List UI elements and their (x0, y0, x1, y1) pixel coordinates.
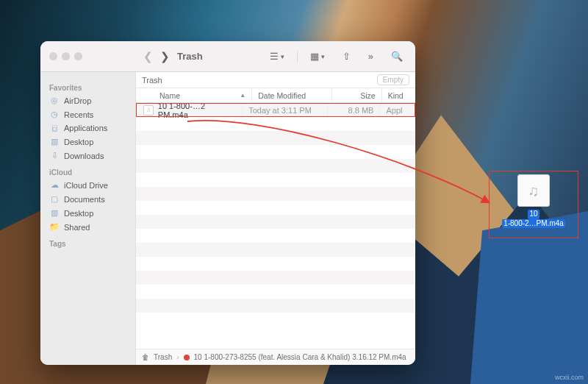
sidebar-item-icloud-desktop[interactable]: ▥Desktop (46, 206, 132, 220)
traffic-light-zoom[interactable] (74, 52, 82, 60)
column-header-date[interactable]: Date Modified (252, 88, 332, 102)
file-size: 8.8 MB (328, 103, 380, 117)
titlebar: ❮ ❯ Trash ☰ ▾ ▦ ▾ ⇧ » 🔍 (40, 41, 415, 72)
file-name: 10 1-800-…2 PM.m4a (158, 103, 236, 119)
watermark: wcxii.com (555, 374, 584, 381)
window-title: Trash (177, 51, 203, 62)
folder-icon: 📁 (49, 222, 60, 232)
sidebar-header-favorites: Favorites (49, 84, 132, 92)
pathbar-separator-icon: › (176, 353, 179, 361)
toolbar-overflow-button[interactable]: » (363, 49, 379, 64)
list-icon: ☰ (270, 51, 279, 62)
grid-icon: ▦ (310, 51, 319, 62)
desktop-icon: ▥ (49, 208, 60, 218)
pathbar-file[interactable]: 10 1-800-273-8255 (feat. Alessia Cara & … (194, 353, 406, 361)
trash-icon: 🗑 (142, 353, 149, 361)
search-icon: 🔍 (391, 51, 403, 62)
sidebar-header-icloud: iCloud (49, 168, 132, 177)
downloads-icon: ⇩ (49, 151, 60, 160)
sidebar-item-applications[interactable]: ⌼Applications (46, 121, 132, 135)
sidebar-item-recents[interactable]: ◷Recents (46, 107, 132, 121)
put-back-origin-icon (184, 355, 190, 360)
chevron-down-icon: ▾ (281, 53, 284, 60)
column-header-name[interactable]: Name ▲ (136, 88, 252, 102)
overflow-icon: » (368, 51, 373, 62)
doc-icon: ▢ (49, 194, 60, 204)
column-headers: Name ▲ Date Modified Size Kind (136, 88, 415, 103)
nav-forward-button[interactable]: ❯ (160, 50, 170, 63)
share-button[interactable]: ⇧ (337, 49, 356, 64)
column-header-size[interactable]: Size (332, 88, 381, 102)
sidebar-item-desktop[interactable]: ▥Desktop (46, 135, 132, 149)
file-date: Today at 3:11 PM (243, 103, 328, 117)
clock-icon: ◷ (49, 110, 60, 119)
view-mode-button[interactable]: ☰ ▾ (265, 49, 290, 64)
toolbar-separator (297, 51, 298, 63)
sidebar-item-documents[interactable]: ▢Documents (46, 192, 132, 206)
path-bar[interactable]: 🗑 Trash › 10 1-800-273-8255 (feat. Aless… (136, 349, 415, 365)
traffic-light-close[interactable] (49, 52, 57, 60)
sort-caret-icon: ▲ (240, 92, 245, 99)
sidebar: Favorites ◎AirDrop ◷Recents ⌼Application… (40, 72, 136, 365)
empty-trash-button[interactable]: Empty (377, 74, 409, 85)
airdrop-icon: ◎ (49, 96, 60, 105)
file-rows: ♫ 10 1-800-…2 PM.m4a Today at 3:11 PM 8.… (136, 103, 415, 349)
pathbar-root[interactable]: Trash (154, 353, 172, 361)
desktop-file-drop[interactable]: ♫ 10 1-800-2…PM.m4a (489, 171, 578, 238)
group-mode-button[interactable]: ▦ ▾ (305, 49, 330, 64)
sidebar-item-shared[interactable]: 📁Shared (46, 220, 132, 234)
chevron-down-icon: ▾ (321, 53, 325, 60)
nav-back-button[interactable]: ❮ (143, 50, 153, 63)
content-area: Trash Empty Name ▲ Date Modified Size Ki… (136, 72, 415, 365)
desktop-icon: ▥ (49, 137, 60, 146)
file-kind: Appl (380, 103, 415, 117)
sidebar-header-tags: Tags (49, 240, 132, 248)
audio-file-icon: ♫ (143, 105, 154, 115)
share-icon: ⇧ (343, 51, 351, 62)
sidebar-item-airdrop[interactable]: ◎AirDrop (46, 93, 132, 107)
search-button[interactable]: 🔍 (386, 49, 408, 64)
finder-window: ❮ ❯ Trash ☰ ▾ ▦ ▾ ⇧ » 🔍 (40, 41, 415, 365)
desktop-file-label: 10 1-800-2…PM.m4a (502, 210, 565, 228)
cloud-icon: ☁ (49, 180, 60, 190)
music-file-icon: ♫ (517, 174, 550, 207)
sidebar-item-icloud-drive[interactable]: ☁iCloud Drive (46, 178, 132, 192)
traffic-light-minimize[interactable] (62, 52, 70, 60)
column-header-kind[interactable]: Kind (382, 88, 415, 102)
location-label: Trash (142, 76, 162, 85)
apps-icon: ⌼ (49, 124, 60, 132)
sidebar-item-downloads[interactable]: ⇩Downloads (46, 149, 132, 163)
table-row[interactable]: ♫ 10 1-800-…2 PM.m4a Today at 3:11 PM 8.… (136, 103, 415, 117)
